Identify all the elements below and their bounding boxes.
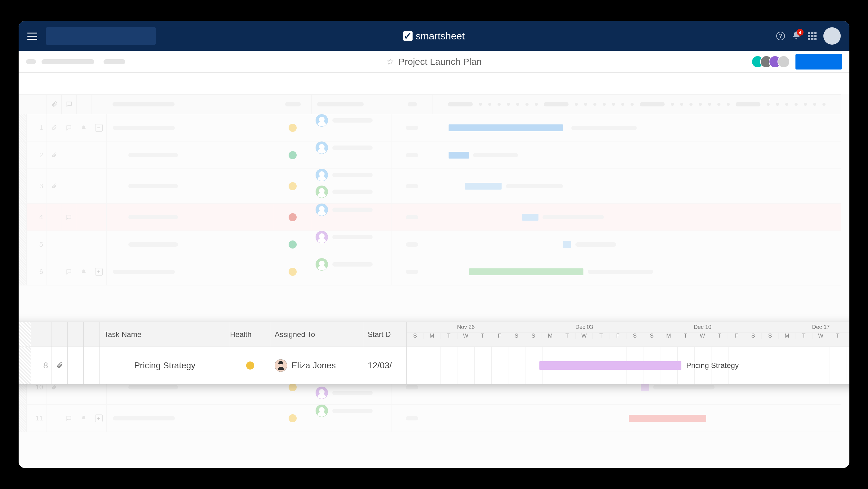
assignee-cell[interactable] bbox=[311, 231, 392, 258]
gantt-cell[interactable] bbox=[432, 169, 841, 203]
table-row[interactable]: 6+ bbox=[19, 258, 841, 285]
row-start[interactable]: 12/03/ bbox=[363, 347, 407, 384]
col-assigned[interactable]: Assigned To bbox=[270, 322, 363, 347]
table-row[interactable]: 11+ bbox=[19, 405, 841, 432]
row-attach[interactable] bbox=[52, 347, 68, 384]
taskname-cell[interactable] bbox=[106, 169, 274, 203]
bell-cell[interactable] bbox=[76, 231, 91, 258]
gantt-bar[interactable] bbox=[448, 152, 469, 159]
start-cell[interactable] bbox=[392, 114, 432, 141]
attach-cell[interactable] bbox=[46, 142, 61, 169]
gantt-bar[interactable] bbox=[448, 124, 563, 131]
start-cell[interactable] bbox=[392, 142, 432, 169]
collaborator-stack[interactable] bbox=[755, 56, 790, 68]
bell-cell[interactable] bbox=[76, 142, 91, 169]
collapse-cell[interactable] bbox=[91, 204, 106, 231]
bell-cell[interactable] bbox=[76, 258, 91, 285]
assignee-cell[interactable] bbox=[311, 169, 392, 203]
gantt-bar[interactable] bbox=[539, 361, 681, 370]
menu-icon[interactable] bbox=[27, 29, 40, 42]
row-taskname[interactable]: Pricing Strategy bbox=[100, 347, 230, 384]
collapse-cell[interactable] bbox=[91, 142, 106, 169]
gantt-bar[interactable] bbox=[522, 214, 538, 221]
apps-icon[interactable] bbox=[808, 32, 816, 40]
day-cell: M bbox=[542, 333, 559, 339]
table-row[interactable] bbox=[19, 285, 841, 310]
comment-cell[interactable] bbox=[61, 169, 76, 203]
assignee-cell[interactable] bbox=[311, 114, 392, 141]
start-cell[interactable] bbox=[392, 258, 432, 285]
collapse-cell[interactable]: + bbox=[91, 405, 106, 432]
gantt-bar[interactable] bbox=[465, 183, 502, 190]
attach-cell[interactable] bbox=[46, 231, 61, 258]
collapse-cell[interactable]: − bbox=[91, 114, 106, 141]
comment-cell[interactable] bbox=[61, 231, 76, 258]
collaborator-avatar[interactable] bbox=[777, 56, 790, 68]
gantt-cell[interactable] bbox=[432, 405, 841, 432]
gantt-bar[interactable] bbox=[629, 415, 707, 422]
col-start[interactable]: Start D bbox=[363, 322, 407, 347]
comment-cell[interactable] bbox=[61, 114, 76, 141]
start-cell[interactable] bbox=[392, 231, 432, 258]
gantt-cell[interactable] bbox=[432, 258, 841, 285]
gantt-cell[interactable] bbox=[432, 114, 841, 141]
nav-search-placeholder[interactable] bbox=[46, 27, 156, 45]
taskname-cell[interactable] bbox=[106, 114, 274, 141]
day-cell: W bbox=[576, 333, 593, 339]
comment-cell[interactable] bbox=[61, 405, 76, 432]
collapse-cell[interactable] bbox=[91, 169, 106, 203]
gantt-cell[interactable] bbox=[432, 231, 841, 258]
row-assignee[interactable]: Eliza Jones bbox=[270, 347, 363, 384]
bell-cell[interactable] bbox=[76, 204, 91, 231]
collapse-cell[interactable] bbox=[91, 231, 106, 258]
start-cell[interactable] bbox=[392, 169, 432, 203]
col-health[interactable]: Health bbox=[230, 322, 270, 347]
taskname-cell[interactable] bbox=[106, 405, 274, 432]
taskname-cell[interactable] bbox=[106, 204, 274, 231]
table-row[interactable]: 1− bbox=[19, 114, 841, 142]
bell-cell[interactable] bbox=[76, 405, 91, 432]
profile-avatar[interactable] bbox=[824, 27, 841, 45]
col-taskname[interactable]: Task Name bbox=[100, 322, 230, 347]
share-button[interactable] bbox=[796, 54, 842, 69]
start-cell[interactable] bbox=[392, 204, 432, 231]
attach-cell[interactable] bbox=[46, 169, 61, 203]
comment-cell[interactable] bbox=[61, 258, 76, 285]
header-stripe bbox=[19, 322, 31, 347]
comment-cell[interactable] bbox=[61, 142, 76, 169]
gantt-bar[interactable] bbox=[641, 384, 649, 391]
gantt-cell[interactable] bbox=[432, 204, 841, 231]
gantt-bar[interactable] bbox=[469, 268, 584, 275]
start-cell[interactable] bbox=[392, 405, 432, 432]
star-icon[interactable]: ☆ bbox=[386, 56, 394, 67]
table-row[interactable]: 5 bbox=[19, 231, 841, 258]
attach-cell[interactable] bbox=[46, 114, 61, 141]
taskname-cell[interactable] bbox=[106, 142, 274, 169]
row-comment[interactable] bbox=[68, 347, 84, 384]
attach-cell[interactable] bbox=[46, 258, 61, 285]
bell-cell[interactable] bbox=[76, 114, 91, 141]
bell-cell[interactable] bbox=[76, 169, 91, 203]
attach-cell[interactable] bbox=[46, 405, 61, 432]
gantt-cell[interactable] bbox=[432, 142, 841, 169]
health-dot-icon bbox=[289, 240, 297, 249]
row-bell[interactable] bbox=[84, 347, 100, 384]
table-row[interactable]: 2 bbox=[19, 142, 841, 169]
assignee-cell[interactable] bbox=[311, 142, 392, 169]
attach-cell[interactable] bbox=[46, 204, 61, 231]
day-cell: T bbox=[796, 333, 812, 339]
collapse-cell[interactable]: + bbox=[91, 258, 106, 285]
gantt-bar[interactable] bbox=[563, 241, 571, 248]
highlight-row[interactable]: 8 Pricing Strategy Eliza Jones 12/03/ Pr… bbox=[19, 347, 849, 384]
table-row[interactable]: 3 bbox=[19, 169, 841, 204]
notifications-button[interactable]: 4 bbox=[792, 31, 801, 41]
taskname-cell[interactable] bbox=[106, 258, 274, 285]
row-timeline[interactable]: Pricing Strategy bbox=[407, 347, 849, 384]
taskname-cell[interactable] bbox=[106, 231, 274, 258]
table-row[interactable]: 4 bbox=[19, 204, 841, 231]
comment-cell[interactable] bbox=[61, 204, 76, 231]
assignee-cell[interactable] bbox=[311, 204, 392, 231]
help-icon[interactable]: ? bbox=[776, 32, 785, 40]
assignee-cell[interactable] bbox=[311, 258, 392, 285]
assignee-cell[interactable] bbox=[311, 405, 392, 432]
